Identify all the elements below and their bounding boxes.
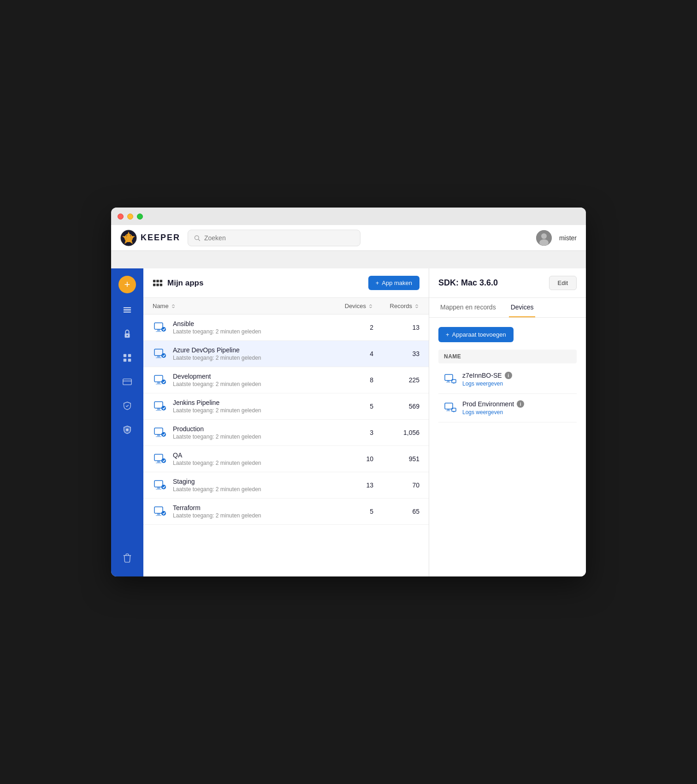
svg-rect-41 [154, 428, 163, 434]
make-app-button[interactable]: + App maken [368, 276, 419, 290]
row-name: Azure DevOps Pipeline [173, 346, 261, 354]
tab-devices[interactable]: Devices [509, 298, 536, 317]
sidebar-item-cards[interactable] [117, 373, 137, 393]
devices-list: z7eInnBO-SE i Logs weergeven Prod Enviro… [438, 365, 577, 422]
search-input[interactable] [204, 234, 354, 242]
sidebar-item-menu[interactable] [117, 301, 137, 321]
devices-sort-icon [368, 303, 373, 309]
row-devices: 5 [327, 508, 373, 515]
row-devices: 8 [327, 376, 373, 384]
apps-icon [122, 353, 132, 365]
row-text-group: Ansible Laatste toegang: 2 minuten geled… [173, 320, 261, 335]
svg-point-40 [161, 406, 166, 410]
device-logs-link[interactable]: Logs weergeven [462, 380, 512, 387]
table-row[interactable]: Terraform Laatste toegang: 2 minuten gel… [143, 499, 429, 525]
detail-body: + Apparaat toevoegen Name [429, 318, 586, 576]
row-name: Ansible [173, 320, 261, 327]
close-button[interactable] [118, 214, 124, 220]
device-row: Prod Environment i Logs weergeven [438, 394, 577, 422]
row-records: 65 [373, 508, 419, 515]
svg-rect-63 [447, 409, 449, 410]
add-device-button[interactable]: + Apparaat toevoegen [438, 327, 514, 342]
svg-rect-7 [124, 308, 131, 309]
minimize-button[interactable] [127, 214, 133, 220]
sidebar-item-trash[interactable] [117, 549, 137, 569]
svg-rect-23 [156, 283, 159, 286]
content-area: + [111, 268, 586, 576]
detail-tabs: Mappen en records Devices [429, 298, 586, 318]
row-subtitle: Laatste toegang: 2 minuten geleden [173, 328, 261, 335]
logo[interactable]: KEEPER [120, 230, 180, 246]
row-records: 569 [373, 403, 419, 410]
info-icon[interactable]: i [505, 372, 512, 379]
username: mister [559, 234, 577, 242]
detail-title: SDK: Mac 3.6.0 [438, 278, 498, 288]
devices-column-header: Name [438, 350, 577, 363]
svg-rect-49 [154, 481, 163, 487]
trash-icon [122, 553, 132, 565]
apps-title-text: Mijn apps [167, 279, 203, 288]
svg-point-11 [127, 335, 128, 336]
app-icon [153, 504, 167, 519]
sidebar-item-vault[interactable] [117, 325, 137, 345]
col-name-header[interactable]: Name [153, 303, 327, 309]
table-row[interactable]: Development Laatste toegang: 2 minuten g… [143, 367, 429, 393]
main-content: Mijn apps + App maken Name [143, 268, 586, 576]
row-text-group: Development Laatste toegang: 2 minuten g… [173, 373, 261, 387]
table-row[interactable]: QA Laatste toegang: 2 minuten geleden 10… [143, 446, 429, 472]
row-text-group: Jenkins Pipeline Laatste toegang: 2 minu… [173, 399, 261, 414]
svg-rect-13 [128, 354, 131, 357]
info-icon[interactable]: i [517, 400, 524, 408]
svg-rect-21 [160, 279, 163, 282]
app-icon [153, 425, 167, 440]
apps-title-icon [153, 278, 163, 288]
traffic-lights [118, 214, 143, 220]
svg-rect-47 [156, 463, 161, 463]
svg-rect-39 [156, 410, 161, 411]
col-records-header[interactable]: Records [373, 303, 419, 309]
device-name: Prod Environment i [462, 400, 524, 408]
row-info: Staging Laatste toegang: 2 minuten geled… [153, 478, 327, 493]
svg-rect-14 [124, 359, 126, 362]
edit-button[interactable]: Edit [549, 276, 577, 290]
svg-rect-53 [154, 507, 163, 513]
detail-header: SDK: Mac 3.6.0 Edit [429, 268, 586, 298]
table-row[interactable]: Jenkins Pipeline Laatste toegang: 2 minu… [143, 393, 429, 420]
svg-rect-19 [153, 279, 156, 282]
sidebar-item-security[interactable] [117, 397, 137, 417]
svg-point-56 [161, 511, 166, 516]
app-header: KEEPER mister [111, 225, 586, 251]
tab-folders[interactable]: Mappen en records [438, 298, 498, 317]
table-row[interactable]: Azure DevOps Pipeline Laatste toegang: 2… [143, 341, 429, 367]
row-text-group: Staging Laatste toegang: 2 minuten geled… [173, 478, 261, 493]
logo-icon [120, 230, 137, 246]
row-records: 225 [373, 376, 419, 384]
row-name: Jenkins Pipeline [173, 399, 261, 406]
add-button[interactable]: + [118, 276, 136, 293]
sidebar-item-apps[interactable] [117, 349, 137, 369]
svg-rect-58 [447, 380, 449, 382]
svg-line-3 [198, 239, 200, 240]
device-name: z7eInnBO-SE i [462, 372, 512, 379]
app-icon [153, 478, 167, 493]
make-app-plus: + [376, 279, 379, 286]
svg-rect-55 [156, 515, 161, 516]
row-text-group: QA Laatste toegang: 2 minuten geleden [173, 451, 261, 466]
svg-point-18 [126, 428, 129, 431]
table-row[interactable]: Staging Laatste toegang: 2 minuten geled… [143, 472, 429, 499]
maximize-button[interactable] [137, 214, 143, 220]
table-row[interactable]: Ansible Laatste toegang: 2 minuten geled… [143, 315, 429, 341]
col-devices-header[interactable]: Devices [327, 303, 373, 309]
table-row[interactable]: Production Laatste toegang: 2 minuten ge… [143, 420, 429, 446]
svg-point-5 [541, 233, 547, 239]
app-icon [153, 320, 167, 335]
svg-rect-59 [446, 382, 450, 383]
svg-rect-43 [156, 436, 161, 437]
row-records: 33 [373, 350, 419, 357]
svg-rect-42 [157, 434, 160, 436]
device-logs-link[interactable]: Logs weergeven [462, 409, 524, 416]
search-icon [194, 234, 201, 242]
svg-rect-45 [154, 454, 163, 461]
search-bar[interactable] [188, 230, 360, 246]
sidebar-item-compliance[interactable] [117, 421, 137, 441]
